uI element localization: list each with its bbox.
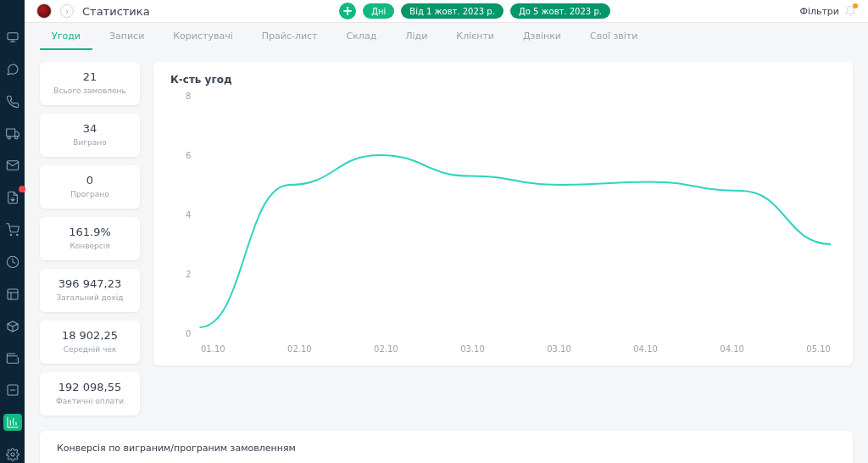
deals-chart-title: К-сть угод xyxy=(170,74,836,86)
sidebar-item-desktop[interactable] xyxy=(3,29,22,46)
kpi-3: 161.9% Конверсія xyxy=(40,217,140,260)
tab-0[interactable]: Угоди xyxy=(40,23,92,50)
sidebar-item-truck[interactable] xyxy=(3,126,22,142)
kpi-5-value: 18 902,25 xyxy=(45,329,135,342)
content: 21 Всього замовлень34 Виграно0 Програно1… xyxy=(25,50,868,463)
sidebar-item-chat[interactable] xyxy=(3,61,22,78)
svg-rect-3 xyxy=(7,161,18,170)
x-tick: 02.10 xyxy=(287,344,312,354)
svg-point-4 xyxy=(10,234,11,235)
page-title: Статистика xyxy=(82,5,150,18)
date-from[interactable]: Від 1 жовт. 2023 р. xyxy=(401,3,504,19)
conversion-chart-title: Конверсія по виграним/програним замовлен… xyxy=(57,443,836,454)
tab-7[interactable]: Дзвінки xyxy=(511,23,573,50)
period-days[interactable]: Дні xyxy=(363,3,394,19)
tab-6[interactable]: Клієнти xyxy=(444,23,506,50)
kpi-6: 192 098,55 Фактичні оплати xyxy=(40,372,140,416)
sidebar-item-notes[interactable] xyxy=(3,189,22,206)
svg-point-2 xyxy=(14,136,17,138)
x-tick: 04.10 xyxy=(633,344,658,354)
kpi-5: 18 902,25 Середній чек xyxy=(40,321,140,364)
conversion-chart-card: Конверсія по виграним/програним замовлен… xyxy=(40,431,853,463)
svg-rect-0 xyxy=(8,33,18,40)
kpi-0-value: 21 xyxy=(45,70,135,83)
kpi-6-value: 192 098,55 xyxy=(45,381,135,393)
kpi-2-value: 0 xyxy=(45,174,135,187)
tab-4[interactable]: Склад xyxy=(335,23,389,50)
y-tick-0: 0 xyxy=(186,329,191,338)
tab-3[interactable]: Прайс-лист xyxy=(250,23,330,50)
kpi-1-value: 34 xyxy=(45,122,135,135)
add-button[interactable]: + xyxy=(339,3,356,20)
red-dot-badge xyxy=(19,186,25,192)
deals-chart-card: К-сть угод 0246801.1002.1002.1003.1003.1… xyxy=(153,62,853,365)
kpi-2: 0 Програно xyxy=(40,165,140,209)
svg-point-5 xyxy=(16,234,17,235)
y-tick-4: 4 xyxy=(186,210,191,220)
x-tick: 03.10 xyxy=(460,344,485,354)
bell-dot xyxy=(853,3,858,8)
kpi-4-label: Загальний дохід xyxy=(45,293,135,302)
sidebar-item-minus[interactable] xyxy=(3,382,22,399)
kpi-4: 396 947,23 Загальний дохід xyxy=(40,269,140,312)
tab-5[interactable]: Ліди xyxy=(393,23,439,50)
kpi-column: 21 Всього замовлень34 Виграно0 Програно1… xyxy=(40,62,140,416)
x-tick: 03.10 xyxy=(547,344,571,354)
sidebar-item-cart[interactable] xyxy=(3,221,22,238)
sidebar-item-phone[interactable] xyxy=(3,93,22,110)
kpi-0: 21 Всього замовлень xyxy=(40,62,140,105)
kpi-1: 34 Виграно xyxy=(40,114,140,157)
tab-8[interactable]: Свої звіти xyxy=(578,23,649,50)
tab-2[interactable]: Користувачі xyxy=(161,23,244,50)
sidebar-item-package[interactable] xyxy=(3,318,22,335)
filters-label: Фільтри xyxy=(799,6,839,17)
y-tick-2: 2 xyxy=(186,270,191,279)
kpi-3-label: Конверсія xyxy=(45,242,135,250)
svg-rect-7 xyxy=(8,289,18,299)
filters-button[interactable]: Фільтри xyxy=(799,5,856,17)
y-tick-8: 8 xyxy=(186,92,191,101)
x-tick: 05.10 xyxy=(806,344,831,354)
kpi-0-label: Всього замовлень xyxy=(45,86,135,95)
avatar[interactable] xyxy=(36,3,52,19)
svg-point-1 xyxy=(8,136,10,138)
svg-point-9 xyxy=(11,453,14,456)
sidebar-item-wallet[interactable] xyxy=(3,350,22,367)
y-tick-6: 6 xyxy=(186,151,191,160)
sidebar-item-layout[interactable] xyxy=(3,286,22,303)
sidebar-item-stats[interactable] xyxy=(3,414,22,431)
kpi-6-label: Фактичні оплати xyxy=(45,397,135,405)
x-tick: 04.10 xyxy=(720,344,744,354)
kpi-1-label: Виграно xyxy=(45,138,135,147)
deals-chart[interactable]: 0246801.1002.1002.1003.1003.1004.1004.10… xyxy=(170,91,836,354)
bell-icon[interactable] xyxy=(844,5,856,17)
sidebar-item-settings[interactable] xyxy=(3,446,22,463)
kpi-4-value: 396 947,23 xyxy=(45,277,135,290)
date-to[interactable]: До 5 жовт. 2023 р. xyxy=(510,3,610,19)
kpi-3-value: 161.9% xyxy=(45,226,135,238)
sidebar-item-mail[interactable] xyxy=(3,157,22,174)
kpi-5-label: Середній чек xyxy=(45,345,135,354)
tab-1[interactable]: Записи xyxy=(97,23,156,50)
sidebar-item-clock[interactable] xyxy=(3,254,22,271)
x-tick: 02.10 xyxy=(374,344,398,354)
x-tick: 01.10 xyxy=(201,344,225,354)
top-bar: › Статистика + Дні Від 1 жовт. 2023 р. Д… xyxy=(25,0,868,23)
sidebar xyxy=(0,0,25,463)
collapse-toggle[interactable]: › xyxy=(60,4,74,18)
stats-tabs: УгодиЗаписиКористувачіПрайс-листСкладЛід… xyxy=(25,23,868,50)
kpi-2-label: Програно xyxy=(45,190,135,198)
